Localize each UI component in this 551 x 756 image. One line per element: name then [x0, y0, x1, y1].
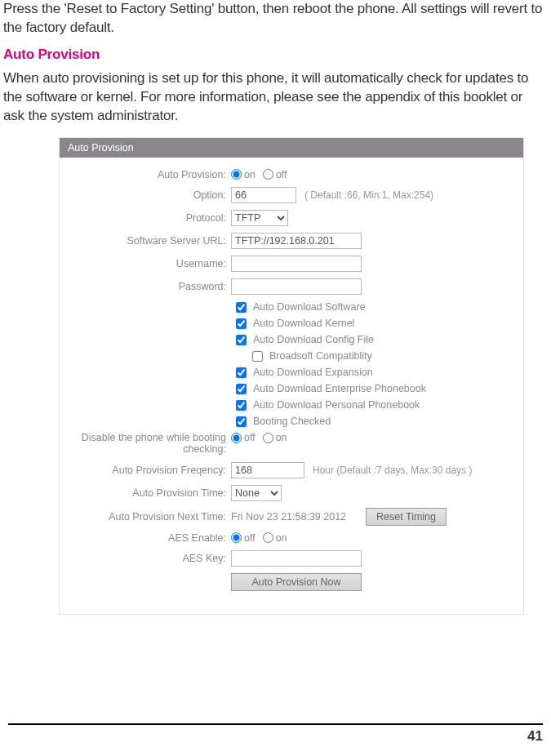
check-dl-software-label: Auto Download Software [253, 301, 366, 313]
panel-title: Auto Provision [60, 138, 523, 158]
label-aes-enable: AES Enable: [68, 532, 231, 544]
label-next-time: Auto Provision Next Time: [68, 511, 231, 523]
radio-on-label: on [244, 169, 256, 180]
input-aes-key[interactable] [231, 550, 362, 567]
auto-provision-panel: Auto Provision Auto Provision: on off Op… [59, 137, 524, 616]
check-dl-pers-pb-label: Auto Download Personal Phonebook [253, 399, 420, 411]
check-dl-pers-pb[interactable] [236, 400, 247, 411]
check-dl-kernel-label: Auto Download Kernel [253, 318, 354, 329]
disable-boot-radio[interactable]: off on [231, 432, 515, 443]
panel-body: Auto Provision: on off Option: ( Default… [60, 158, 523, 615]
radio-on[interactable] [231, 169, 242, 180]
label-disable-boot: Disable the phone while booting checking… [68, 432, 231, 456]
radio-off[interactable] [263, 169, 273, 180]
auto-provision-radio[interactable]: on off [231, 169, 515, 180]
check-dl-software[interactable] [236, 302, 247, 313]
radio-disable-on[interactable] [263, 433, 273, 443]
label-aes-key: AES Key: [68, 553, 231, 564]
label-server-url: Software Server URL: [68, 235, 231, 247]
check-dl-config-label: Auto Download Config File [253, 334, 374, 345]
aes-enable-radio[interactable]: off on [231, 532, 515, 544]
radio-aes-off-label: off [244, 532, 256, 544]
radio-disable-off-label: off [244, 432, 256, 443]
label-freq: Auto Provision Freqency: [68, 465, 231, 476]
select-protocol[interactable]: TFTP [231, 210, 288, 226]
reset-timing-button[interactable]: Reset Timing [366, 508, 447, 526]
radio-disable-on-label: on [276, 432, 287, 443]
check-dl-kernel[interactable] [236, 318, 247, 329]
check-boot-checked[interactable] [236, 416, 247, 427]
page-number: 41 [8, 723, 543, 745]
hint-option: ( Default :66, Min:1, Max:254) [304, 189, 433, 201]
value-next-time: Fri Nov 23 21:58:39 2012 [231, 511, 346, 523]
check-dl-ent-pb-label: Auto Download Enterprise Phonebook [253, 383, 426, 394]
radio-disable-off[interactable] [231, 433, 242, 443]
input-username[interactable] [231, 256, 362, 272]
check-broadsoft[interactable] [252, 351, 263, 362]
radio-aes-on[interactable] [263, 532, 273, 543]
input-server-url[interactable] [231, 233, 362, 249]
input-option[interactable] [231, 187, 296, 203]
radio-aes-off[interactable] [231, 532, 242, 543]
label-password: Password: [68, 281, 231, 292]
label-protocol: Protocol: [68, 212, 231, 224]
check-dl-config[interactable] [236, 335, 247, 345]
check-dl-expansion[interactable] [236, 367, 247, 378]
check-boot-checked-label: Booting Checked [253, 416, 331, 427]
section-title-auto-provision: Auto Provision [3, 46, 543, 64]
hint-freq: Hour (Default :7 days, Max:30 days ) [313, 465, 472, 476]
radio-off-label: off [276, 169, 287, 180]
label-time: Auto Provision Time: [68, 487, 231, 499]
label-username: Username: [68, 258, 231, 269]
select-time[interactable]: None [231, 485, 282, 501]
paragraph-auto-provision: When auto provisioning is set up for thi… [3, 69, 543, 126]
check-dl-ent-pb[interactable] [236, 384, 247, 394]
auto-provision-now-button[interactable]: Auto Provision Now [231, 573, 362, 591]
input-password[interactable] [231, 278, 362, 295]
label-option: Option: [68, 189, 231, 201]
input-freq[interactable] [231, 462, 304, 478]
paragraph-reset: Press the 'Reset to Factory Setting' but… [3, 0, 543, 38]
radio-aes-on-label: on [276, 532, 287, 544]
check-dl-expansion-label: Auto Download Expansion [253, 367, 373, 378]
label-auto-provision: Auto Provision: [68, 169, 231, 180]
check-broadsoft-label: Broadsoft Compatiblity [269, 350, 372, 362]
